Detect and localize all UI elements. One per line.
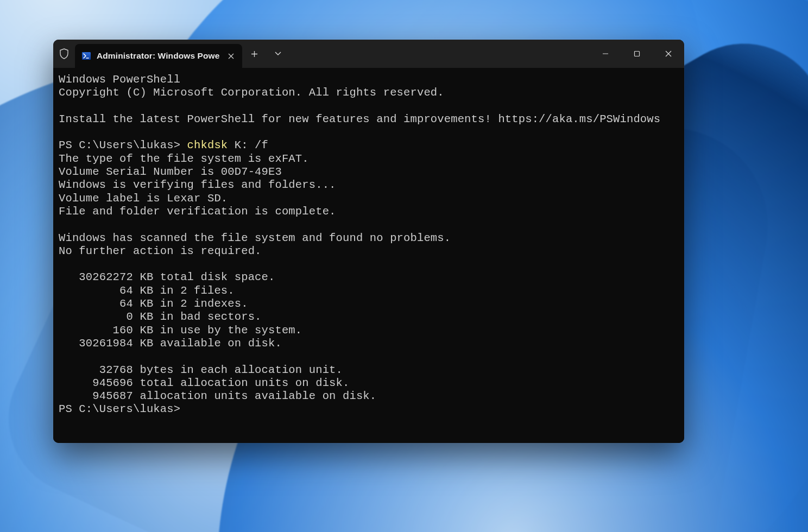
tab-dropdown-button[interactable] (266, 40, 290, 68)
ps-banner-line1: Windows PowerShell (59, 73, 180, 86)
prompt-2: PS C:\Users\lukas> (59, 403, 180, 415)
prompt-1-prefix: PS C:\Users\lukas> (59, 139, 187, 151)
close-icon (228, 53, 234, 59)
window-close-button[interactable] (653, 40, 684, 68)
output-scan: Windows has scanned the file system and … (59, 232, 451, 244)
stat-total: 30262272 KB total disk space. (59, 271, 275, 283)
ps-banner-line2: Copyright (C) Microsoft Corporation. All… (59, 86, 444, 99)
tab-title: Administrator: Windows Powe (97, 51, 219, 61)
prompt-1-command: chkdsk (187, 139, 228, 151)
stat-indexes: 64 KB in 2 indexes. (59, 297, 248, 310)
svg-rect-8 (635, 52, 640, 56)
output-fs-type: The type of the file system is exFAT. (59, 153, 309, 165)
ps-install-hint: Install the latest PowerShell for new fe… (59, 113, 660, 125)
maximize-button[interactable] (621, 40, 653, 68)
output-label: Volume label is Lexar SD. (59, 192, 228, 205)
tab-powershell[interactable]: Administrator: Windows Powe (75, 44, 242, 68)
output-complete: File and folder verification is complete… (59, 205, 336, 218)
title-bar[interactable]: Administrator: Windows Powe (53, 40, 684, 68)
terminal-output: Windows PowerShell Copyright (C) Microso… (59, 73, 679, 416)
titlebar-drag-region[interactable] (290, 40, 590, 68)
close-icon (665, 50, 672, 57)
maximize-icon (634, 50, 640, 57)
minimize-button[interactable] (590, 40, 621, 68)
chevron-down-icon (275, 52, 281, 56)
powershell-icon (81, 51, 91, 61)
stat-au-avail: 945687 allocation units available on dis… (59, 390, 376, 402)
stat-bad: 0 KB in bad sectors. (59, 311, 262, 323)
plus-icon (251, 50, 258, 58)
output-verify: Windows is verifying files and folders..… (59, 179, 336, 191)
new-tab-button[interactable] (242, 40, 266, 68)
svg-rect-1 (82, 52, 91, 60)
stat-files: 64 KB in 2 files. (59, 284, 235, 297)
prompt-1-args: K: /f (228, 139, 268, 151)
stat-au-size: 32768 bytes in each allocation unit. (59, 364, 343, 376)
minimize-icon (602, 50, 609, 57)
tab-close-button[interactable] (225, 50, 237, 62)
stat-au-total: 945696 total allocation units on disk. (59, 377, 349, 389)
stat-avail: 30261984 KB available on disk. (59, 337, 282, 350)
terminal-viewport[interactable]: Windows PowerShell Copyright (C) Microso… (53, 68, 684, 443)
admin-shield-icon (53, 40, 75, 68)
output-serial: Volume Serial Number is 00D7-49E3 (59, 166, 282, 178)
output-noaction: No further action is required. (59, 245, 262, 257)
stat-system: 160 KB in use by the system. (59, 324, 302, 337)
terminal-window: Administrator: Windows Powe (53, 40, 684, 443)
